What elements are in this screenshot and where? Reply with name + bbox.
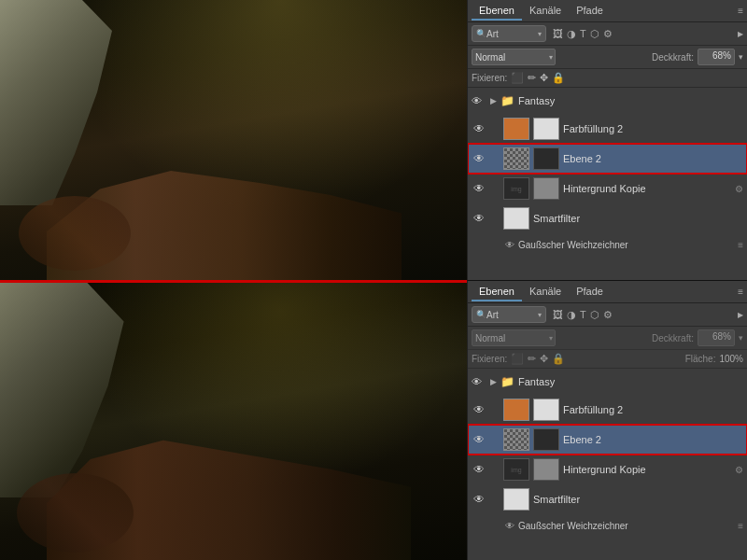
- lock-transparent-icon-b[interactable]: ⬛: [511, 353, 524, 365]
- thumb-mask-hintergrund-bottom: [533, 458, 559, 481]
- folder-icon-fantasy-bottom: 📁: [500, 375, 514, 388]
- thumb-smartfilter-top: [503, 207, 529, 230]
- gausscher-menu-bottom[interactable]: ≡: [738, 521, 743, 531]
- blend-bar-top: Normal Deckkraft: 68% ▾: [468, 46, 747, 69]
- layer-ebene2-bottom[interactable]: 👁 Ebene 2: [468, 425, 747, 455]
- opacity-dropdown-top[interactable]: ▾: [739, 52, 743, 62]
- search-input-bottom[interactable]: [486, 310, 538, 320]
- search-input-top[interactable]: [486, 29, 538, 39]
- opacity-dropdown-bottom[interactable]: ▾: [739, 333, 743, 343]
- fixieren-icons-bottom: ⬛ ✏ ✥ 🔒: [511, 353, 565, 365]
- filter-icon-smart[interactable]: ⚙: [603, 28, 613, 40]
- layer-group-fantasy-bottom[interactable]: 👁 ▶ 📁 Fantasy: [468, 369, 747, 395]
- gausscher-menu-top[interactable]: ≡: [738, 240, 743, 250]
- search-dropdown-bottom[interactable]: ▾: [538, 311, 542, 319]
- tab-pfade-top[interactable]: Pfade: [569, 2, 611, 21]
- gausscher-eye-top[interactable]: 👁: [505, 240, 514, 250]
- filter-icon-shape[interactable]: ⬡: [590, 28, 599, 40]
- name-farbfuellung-bottom: Farbfüllung 2: [563, 404, 743, 415]
- filter-icon-text[interactable]: T: [580, 28, 586, 39]
- tab-ebenen-top[interactable]: Ebenen: [472, 2, 522, 21]
- eye-farbfuellung-top[interactable]: 👁: [472, 122, 486, 135]
- tab-ebenen-bottom[interactable]: Ebenen: [472, 283, 522, 301]
- opacity-value-top[interactable]: 68%: [698, 49, 735, 65]
- tab-kanaele-bottom[interactable]: Kanäle: [522, 283, 569, 301]
- lock-pixels-icon-b[interactable]: ✏: [528, 353, 536, 365]
- filter-toggle-bottom[interactable]: ▶: [738, 311, 743, 319]
- lock-position-icon-b[interactable]: ✥: [540, 353, 548, 365]
- eye-farbfuellung-bottom[interactable]: 👁: [472, 403, 486, 416]
- thumb-mask-farbfuellung-top: [533, 118, 559, 140]
- fixieren-right-bottom: Fläche: 100%: [685, 354, 743, 364]
- canvas-bottom: [0, 280, 467, 560]
- eye-smartfilter-bottom[interactable]: 👁: [472, 493, 486, 506]
- name-farbfuellung-top: Farbfüllung 2: [563, 123, 743, 134]
- layer-hintergrund-bottom[interactable]: 👁 img Hintergrund Kopie ⚙: [468, 455, 747, 484]
- layer-hintergrund-top[interactable]: 👁 img Hintergrund Kopie ⚙: [468, 174, 747, 203]
- eye-hintergrund-top[interactable]: 👁: [472, 182, 486, 195]
- lock-position-icon[interactable]: ✥: [540, 72, 548, 84]
- filter-icon-adjust-b[interactable]: ◑: [567, 309, 576, 321]
- lock-all-icon-b[interactable]: 🔒: [552, 353, 565, 365]
- filter-icon-shape-b[interactable]: ⬡: [590, 309, 599, 321]
- filter-icon-text-b[interactable]: T: [580, 309, 586, 320]
- eye-ebene2-bottom[interactable]: 👁: [472, 433, 486, 446]
- filter-icons-bottom: 🖼 ◑ T ⬡ ⚙: [553, 309, 613, 321]
- blend-select-bottom[interactable]: Normal: [472, 329, 556, 346]
- search-box-top[interactable]: 🔍 ▾: [472, 25, 546, 42]
- panels-area: Ebenen Kanäle Pfade ≡ 🔍 ▾ 🖼 ◑ T ⬡ ⚙ ▶: [467, 0, 747, 560]
- blend-select-wrapper-bottom: Normal: [472, 329, 556, 346]
- eye-hintergrund-bottom[interactable]: 👁: [472, 463, 486, 476]
- filter-icon-adjust[interactable]: ◑: [567, 28, 576, 40]
- filter-icons-top: 🖼 ◑ T ⬡ ⚙: [553, 28, 613, 40]
- top-panel: Ebenen Kanäle Pfade ≡ 🔍 ▾ 🖼 ◑ T ⬡ ⚙ ▶: [467, 0, 747, 280]
- eye-group-bottom[interactable]: 👁: [472, 376, 486, 387]
- blend-select-wrapper-top: Normal: [472, 49, 556, 65]
- flaeche-value[interactable]: 100%: [719, 354, 743, 364]
- gausscher-name-top: Gaußscher Weichzeichner: [518, 240, 628, 250]
- name-smartfilter-top: Smartfilter: [533, 213, 743, 224]
- eye-ebene2-top[interactable]: 👁: [472, 152, 486, 165]
- search-icon-top: 🔍: [476, 29, 486, 38]
- tab-pfade-bottom[interactable]: Pfade: [569, 283, 611, 301]
- tab-kanaele-top[interactable]: Kanäle: [522, 2, 569, 21]
- eye-smartfilter-top[interactable]: 👁: [472, 212, 486, 225]
- filter-icon-smart-b[interactable]: ⚙: [603, 309, 613, 321]
- filter-icon-image-b[interactable]: 🖼: [553, 309, 563, 320]
- layer-smartfilter-top[interactable]: 👁 Smartfilter: [468, 203, 747, 233]
- layer-group-fantasy-top[interactable]: 👁 ▶ 📁 Fantasy: [468, 88, 747, 114]
- flaeche-label: Fläche:: [685, 354, 716, 364]
- layer-farbfuellung-bottom[interactable]: 👁 Farbfüllung 2: [468, 395, 747, 425]
- group-arrow-fantasy-bottom[interactable]: ▶: [490, 377, 497, 386]
- blend-select-top[interactable]: Normal: [472, 49, 556, 65]
- gausscher-eye-bottom[interactable]: 👁: [505, 521, 514, 531]
- eye-group-top[interactable]: 👁: [472, 95, 486, 106]
- lock-pixels-icon[interactable]: ✏: [528, 72, 536, 84]
- filter-bar-top: 🔍 ▾ 🖼 ◑ T ⬡ ⚙ ▶: [468, 22, 747, 46]
- thumb-checker-ebene2-top: [503, 147, 529, 170]
- panel-menu-top[interactable]: ≡: [738, 6, 743, 16]
- thumb-checker-ebene2-bottom: [503, 428, 529, 451]
- lock-transparent-icon[interactable]: ⬛: [511, 72, 524, 84]
- panel-menu-bottom[interactable]: ≡: [738, 287, 743, 297]
- layer-ebene2-top[interactable]: 👁 Ebene 2: [468, 144, 747, 174]
- layers-list-bottom: 👁 ▶ 📁 Fantasy 👁 Farbfüllung 2 👁 E: [468, 369, 747, 560]
- name-hintergrund-top: Hintergrund Kopie: [563, 183, 731, 194]
- layer-farbfuellung-top[interactable]: 👁 Farbfüllung 2: [468, 114, 747, 144]
- fixieren-icons-top: ⬛ ✏ ✥ 🔒: [511, 72, 565, 84]
- layer-smartfilter-bottom[interactable]: 👁 Smartfilter: [468, 484, 747, 514]
- group-arrow-fantasy-top[interactable]: ▶: [490, 96, 497, 105]
- lock-all-icon[interactable]: 🔒: [552, 72, 565, 84]
- bottom-panel-tabs: Ebenen Kanäle Pfade ≡: [468, 281, 747, 303]
- search-box-bottom[interactable]: 🔍 ▾: [472, 306, 546, 323]
- thumb-farbfuellung-top: [503, 118, 529, 140]
- search-dropdown-top[interactable]: ▾: [538, 30, 542, 38]
- canvas-area: [0, 0, 467, 560]
- filter-icon-image[interactable]: 🖼: [553, 28, 563, 39]
- filter-bar-bottom: 🔍 ▾ 🖼 ◑ T ⬡ ⚙ ▶: [468, 303, 747, 327]
- filter-toggle-top[interactable]: ▶: [738, 30, 743, 38]
- thumb-mask-ebene2-top: [533, 147, 559, 170]
- fixieren-label-top: Fixieren:: [472, 73, 507, 83]
- bottom-panel: Ebenen Kanäle Pfade ≡ 🔍 ▾ 🖼 ◑ T ⬡ ⚙ ▶: [467, 280, 747, 560]
- opacity-value-bottom[interactable]: 68%: [698, 329, 735, 346]
